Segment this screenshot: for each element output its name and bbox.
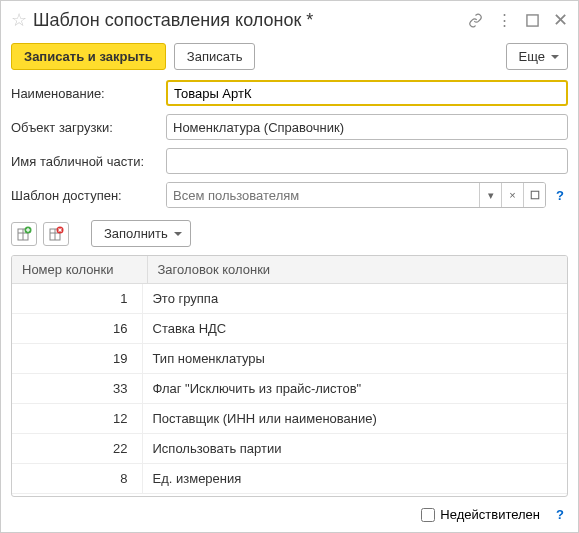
access-help-icon[interactable]: ? xyxy=(552,188,568,203)
access-select-input[interactable] xyxy=(167,183,479,207)
cell-title[interactable]: Поставщик (ИНН или наименование) xyxy=(142,404,567,434)
cell-title[interactable]: Флаг "Исключить из прайс-листов" xyxy=(142,374,567,404)
window-title: Шаблон сопоставления колонок * xyxy=(33,10,462,31)
table-row[interactable]: 19Тип номенклатуры xyxy=(12,344,567,374)
table-row[interactable]: 16Ставка НДС xyxy=(12,314,567,344)
maximize-icon[interactable] xyxy=(526,14,539,27)
tabname-input[interactable] xyxy=(166,148,568,174)
object-label: Объект загрузки: xyxy=(11,120,166,135)
col-header-title[interactable]: Заголовок колонки xyxy=(147,256,567,284)
name-label: Наименование: xyxy=(11,86,166,101)
table-row[interactable]: 8Ед. измерения xyxy=(12,464,567,494)
table-row[interactable]: 12Поставщик (ИНН или наименование) xyxy=(12,404,567,434)
titlebar-controls: ⋮ ✕ xyxy=(468,9,568,31)
more-button[interactable]: Еще xyxy=(506,43,568,70)
remove-column-button[interactable] xyxy=(43,222,69,246)
footer: Недействителен ? xyxy=(1,497,578,532)
table-row[interactable]: 1Это группа xyxy=(12,284,567,314)
svg-rect-0 xyxy=(527,14,538,25)
save-button[interactable]: Записать xyxy=(174,43,256,70)
access-dropdown-icon[interactable]: ▾ xyxy=(479,183,501,207)
table-row[interactable]: 22Использовать партии xyxy=(12,434,567,464)
access-open-icon[interactable] xyxy=(523,183,545,207)
link-icon[interactable] xyxy=(468,13,483,28)
object-input[interactable] xyxy=(166,114,568,140)
access-clear-icon[interactable]: × xyxy=(501,183,523,207)
cell-num[interactable]: 22 xyxy=(12,434,142,464)
main-toolbar: Записать и закрыть Записать Еще xyxy=(1,37,578,80)
cell-title[interactable]: Использовать партии xyxy=(142,434,567,464)
cell-title[interactable]: Тип номенклатуры xyxy=(142,344,567,374)
cell-num[interactable]: 12 xyxy=(12,404,142,434)
cell-num[interactable]: 1 xyxy=(12,284,142,314)
cell-title[interactable]: Ед. измерения xyxy=(142,464,567,494)
close-icon[interactable]: ✕ xyxy=(553,9,568,31)
invalid-help-icon[interactable]: ? xyxy=(552,507,568,522)
col-header-num[interactable]: Номер колонки xyxy=(12,256,147,284)
cell-num[interactable]: 33 xyxy=(12,374,142,404)
access-label: Шаблон доступен: xyxy=(11,188,166,203)
add-column-button[interactable] xyxy=(11,222,37,246)
svg-rect-1 xyxy=(531,191,539,199)
table-row[interactable]: 33Флаг "Исключить из прайс-листов" xyxy=(12,374,567,404)
columns-table: Номер колонки Заголовок колонки 1Это гру… xyxy=(11,255,568,497)
tabname-label: Имя табличной части: xyxy=(11,154,166,169)
invalid-checkbox-label[interactable]: Недействителен xyxy=(421,507,540,522)
name-input[interactable] xyxy=(166,80,568,106)
save-and-close-button[interactable]: Записать и закрыть xyxy=(11,43,166,70)
favorite-star-icon[interactable]: ☆ xyxy=(11,9,27,31)
invalid-label-text: Недействителен xyxy=(440,507,540,522)
invalid-checkbox[interactable] xyxy=(421,508,435,522)
table-scroll[interactable]: 1Это группа16Ставка НДС19Тип номенклатур… xyxy=(12,284,567,496)
access-select[interactable]: ▾ × xyxy=(166,182,546,208)
cell-num[interactable]: 16 xyxy=(12,314,142,344)
table-toolbar: Заполнить xyxy=(1,216,578,255)
cell-num[interactable]: 8 xyxy=(12,464,142,494)
form: Наименование: Объект загрузки: Имя табли… xyxy=(1,80,578,216)
window: ☆ Шаблон сопоставления колонок * ⋮ ✕ Зап… xyxy=(0,0,579,533)
cell-title[interactable]: Ставка НДС xyxy=(142,314,567,344)
kebab-menu-icon[interactable]: ⋮ xyxy=(497,11,512,29)
cell-num[interactable]: 19 xyxy=(12,344,142,374)
fill-button[interactable]: Заполнить xyxy=(91,220,191,247)
cell-title[interactable]: Это группа xyxy=(142,284,567,314)
titlebar: ☆ Шаблон сопоставления колонок * ⋮ ✕ xyxy=(1,1,578,37)
